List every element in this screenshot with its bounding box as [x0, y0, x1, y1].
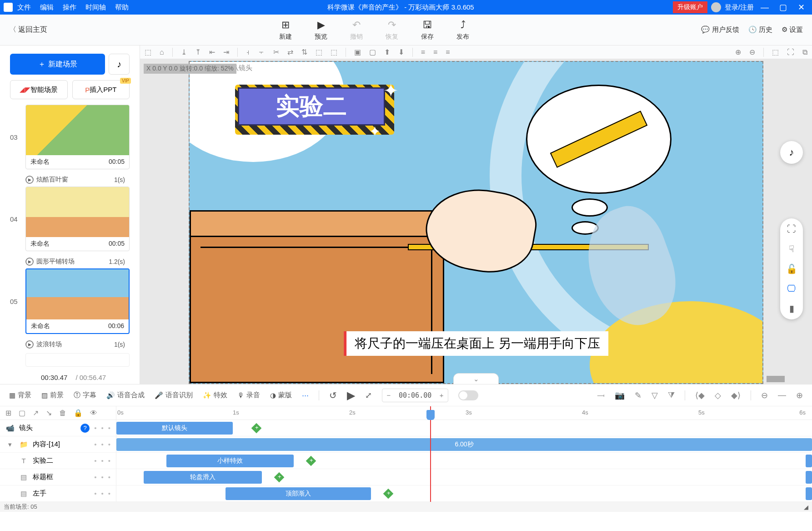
clip-fx[interactable]: 小样特效 [166, 455, 294, 467]
transition-item[interactable]: ▶波浪转场1(s) [10, 338, 130, 351]
clip-end[interactable] [806, 455, 812, 467]
clip-fx[interactable]: 轮盘滑入 [144, 471, 262, 484]
menu-action[interactable]: 操作 [63, 3, 76, 12]
publish-button[interactable]: ⤴发布 [456, 19, 469, 41]
subtitle-button[interactable]: Ⓣ 字幕 [74, 391, 96, 400]
cut-icon[interactable]: ✂ [273, 48, 279, 56]
upgrade-button[interactable]: 升级账户 [673, 1, 707, 13]
copy-icon[interactable]: ⧉ [802, 48, 807, 56]
home-icon[interactable]: ⌂ [160, 48, 164, 56]
playhead[interactable] [430, 406, 431, 502]
clip-end[interactable] [806, 487, 812, 500]
rewind-icon[interactable]: ↺ [329, 390, 337, 401]
timeline-track[interactable]: 轮盘滑入 [116, 469, 812, 485]
fx-button[interactable]: ✨ 特效 [203, 391, 227, 400]
back-button[interactable]: 〈 返回主页 [9, 25, 47, 35]
tts-button[interactable]: 🔊 语音合成 [106, 391, 145, 400]
menu-timeline[interactable]: 时间轴 [85, 3, 106, 12]
keyframe-add[interactable] [251, 423, 262, 434]
align-text-c-icon[interactable]: ≡ [433, 48, 437, 56]
more-button[interactable]: ⋯ [302, 391, 309, 400]
filter-icon[interactable]: ▽ [652, 390, 658, 400]
menu-file[interactable]: 文件 [17, 3, 31, 12]
minus-button[interactable]: − [382, 391, 395, 399]
resize-grip-icon[interactable]: ◢ [804, 504, 808, 511]
history-button[interactable]: 🕓 历史 [748, 25, 772, 34]
flip-h-icon[interactable]: ⇄ [287, 48, 293, 56]
asr-button[interactable]: 🎤 语音识别 [155, 391, 193, 400]
scene-item[interactable]: 03 未命名00:05 [10, 105, 130, 169]
keyframe-add[interactable] [306, 456, 316, 466]
transition-item[interactable]: ▶炫酷百叶窗1(s) [10, 173, 130, 187]
align-top-icon[interactable]: ⤒ [195, 48, 201, 56]
arrow-icon[interactable]: ↘ [46, 409, 52, 417]
track-row[interactable]: ▤左手••• [0, 485, 116, 502]
zoom-slider[interactable]: — [778, 390, 786, 400]
menu-edit[interactable]: 编辑 [40, 3, 54, 12]
settings-button[interactable]: ⚙ 设置 [782, 25, 803, 34]
title-box[interactable]: 实验二 ✦ ✦ [235, 85, 394, 135]
folder-icon[interactable]: ▢ [19, 409, 25, 417]
align-text-l-icon[interactable]: ≡ [421, 48, 425, 56]
fg-button[interactable]: ▨ 前景 [41, 391, 64, 400]
help-icon[interactable]: ? [80, 424, 90, 433]
redo-button[interactable]: ↷恢复 [386, 19, 398, 41]
timeline-track[interactable]: 默认镜头 [116, 420, 812, 436]
cursor-icon[interactable]: ⬚ [145, 48, 151, 56]
smart-scene-button[interactable]: ◢◤ 智能场景 [10, 80, 68, 99]
zoom-out-icon[interactable]: ⊖ [749, 48, 755, 56]
layer-down-icon[interactable]: ⬇ [398, 48, 404, 56]
scene-item[interactable]: 04 未命名00:05 [10, 187, 130, 251]
zoom-out-icon[interactable]: ⊖ [761, 390, 768, 400]
lock-icon[interactable]: 🔒 [74, 409, 83, 417]
new-scene-button[interactable]: ＋新建场景 [10, 54, 105, 75]
clip-camera[interactable]: 默认镜头 [116, 422, 233, 435]
track-row[interactable]: ▤标题框••• [0, 469, 116, 485]
track-row[interactable]: T实验二••• [0, 453, 116, 469]
mask-button[interactable]: ◑ 蒙版 [270, 391, 292, 400]
timeline-track[interactable]: 小样特效 [116, 453, 812, 469]
timeline-ruler[interactable]: 0s 1s 2s 3s 4s 5s 6s V [116, 406, 812, 420]
thought-bubble[interactable] [526, 85, 672, 194]
layer-front-icon[interactable]: ▣ [354, 48, 361, 56]
insert-ppt-button[interactable]: P 插入PPTVIP [72, 80, 130, 99]
snap-icon[interactable]: ⟞ [597, 390, 605, 400]
float-music-button[interactable]: ♪ [780, 141, 803, 164]
pointer-icon[interactable]: ☟ [789, 243, 794, 254]
keyframe-add[interactable] [383, 489, 394, 499]
layer-back-icon[interactable]: ▢ [369, 48, 376, 56]
avatar-icon[interactable] [711, 2, 721, 12]
close-button[interactable]: ✕ [794, 2, 808, 12]
music-button[interactable]: ♪ [109, 54, 130, 75]
edit-icon[interactable]: ✎ [635, 390, 642, 400]
zoom-in-icon[interactable]: ⊕ [796, 390, 803, 400]
clip-content[interactable]: 6.00秒 [116, 438, 812, 451]
track-content[interactable]: ▾📁内容-[14]••• [0, 436, 116, 453]
arrow-icon[interactable]: ↗ [33, 409, 39, 417]
add-track-icon[interactable]: ⊞ [5, 409, 11, 417]
timeline-track[interactable]: 6.00秒 [116, 436, 812, 453]
keyframe-in-icon[interactable]: ⟨◆ [695, 390, 705, 400]
fit-icon[interactable]: ⬚ [772, 48, 779, 56]
login-button[interactable]: 登录/注册 [725, 3, 754, 12]
minimize-button[interactable]: — [757, 3, 772, 12]
clip-end[interactable] [806, 471, 812, 484]
record-button[interactable]: 🎙 录音 [237, 391, 260, 400]
transition-item[interactable]: ▶圆形平铺转场1.2(s) [10, 255, 130, 268]
undo-button[interactable]: ↶撤销 [350, 19, 363, 41]
flip-v-icon[interactable]: ⇅ [301, 48, 307, 56]
canvas[interactable]: ▢ 默认镜头 实验二 ✦ ✦ 将尺子的一端压在桌面上 另一端用手向下压 [189, 61, 763, 384]
frame-icon[interactable]: ⛶ [787, 224, 796, 234]
menu-help[interactable]: 帮助 [115, 3, 129, 12]
zoom-in-icon[interactable]: ⊕ [735, 48, 741, 56]
keyframe-out-icon[interactable]: ◆⟩ [731, 390, 741, 400]
trash-icon[interactable]: 🗑 [59, 409, 66, 417]
preview-button[interactable]: ▶预览 [315, 19, 327, 41]
scene-item-active[interactable]: 05 未命名00:06 [10, 268, 130, 334]
align-text-r-icon[interactable]: ≡ [446, 48, 450, 56]
layer-up-icon[interactable]: ⬆ [384, 48, 390, 56]
monitor-icon[interactable]: 🖵 [787, 283, 796, 294]
maximize-button[interactable]: ▢ [776, 2, 790, 12]
keyframe-add[interactable] [274, 472, 285, 483]
lock-icon[interactable]: 🔓 [786, 263, 797, 274]
